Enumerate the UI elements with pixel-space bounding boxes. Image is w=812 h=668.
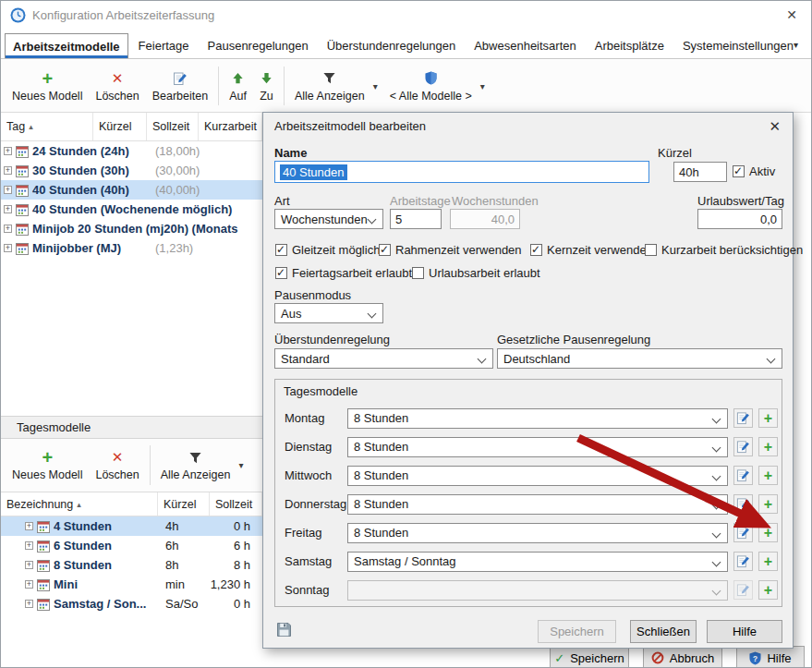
expander-icon[interactable]: + [4, 147, 12, 155]
arbeitstage-input[interactable]: 5 [390, 209, 442, 229]
tab-pausenregelungen[interactable]: Pausenregelungen [200, 33, 317, 58]
day-model-select[interactable]: 8 Stunden [347, 494, 728, 515]
tagesmodelle-show-all-dropdown-icon[interactable]: ▾ [236, 443, 248, 488]
tagesmodell-row[interactable]: + 8 Stunden 8h 8 h [1, 555, 262, 575]
day-model-select[interactable]: 8 Stunden [347, 523, 728, 543]
day-edit-button[interactable] [733, 494, 753, 514]
expander-icon[interactable]: + [25, 561, 33, 569]
tab-ueberstundenregelungen[interactable]: Überstundenregelungen [319, 33, 465, 58]
new-model-button[interactable]: + Neues Modell [6, 64, 89, 108]
tagesmodell-row[interactable]: + Mini min 1,230 h [1, 575, 262, 594]
day-model-select[interactable] [347, 580, 728, 601]
new-tagesmodell-button[interactable]: + Neues Modell [6, 443, 89, 488]
aktiv-checkbox[interactable]: Aktiv [733, 164, 775, 178]
delete-model-button[interactable]: ✕ Löschen [89, 64, 145, 108]
model-name: 40 Stunden (40h) [32, 183, 129, 197]
pausenmodus-select[interactable]: Aus [274, 303, 383, 323]
checkbox-urlaubsarbeit-erlaubt[interactable]: Urlaubsarbeit erlaubt [412, 266, 540, 280]
tagesmodell-kuerzel: 6h [165, 539, 178, 553]
checkbox-rahmenzeit-verwenden[interactable]: Rahmenzeit verwenden [379, 243, 522, 257]
tagesmodell-row[interactable]: + 4 Stunden 4h 0 h [1, 516, 262, 536]
urlaubswert-input[interactable]: 0,0 [697, 209, 782, 229]
expander-icon[interactable]: + [4, 186, 12, 194]
tab-arbeitsplaetze[interactable]: Arbeitsplätze [587, 33, 673, 58]
show-all-dropdown-icon[interactable]: ▾ [371, 64, 383, 108]
dialog-close-button[interactable]: Schließen [630, 620, 697, 643]
model-row[interactable]: + Minijob 20 Stunden (mj20h) (Monats [1, 219, 262, 238]
checkbox-kernzeit-verwenden[interactable]: Kernzeit verwenden [530, 243, 653, 257]
tagesmodell-row[interactable]: + 6 Stunden 6h 6 h [1, 536, 262, 555]
main-help-button[interactable]: ? Hilfe [736, 646, 805, 668]
gesetzliche-pausenregelung-select[interactable]: Deutschland [497, 348, 782, 369]
day-add-button[interactable]: + [758, 437, 778, 456]
model-row[interactable]: + Minijobber (MJ) (1,23h) [1, 238, 262, 258]
day-model-select[interactable]: 8 Stunden [347, 408, 728, 429]
model-row[interactable]: + 24 Stunden (24h) (18,00h) [1, 141, 262, 161]
edit-model-button[interactable]: Bearbeiten [146, 64, 214, 108]
expander-icon[interactable]: + [4, 225, 12, 233]
column-header-sollzeit[interactable]: Sollzeit [147, 113, 199, 140]
expand-all-button[interactable]: Auf [223, 64, 253, 108]
day-edit-button[interactable] [733, 523, 753, 542]
dialog-save-button[interactable]: Speichern [538, 620, 616, 643]
checkbox-feiertagsarbeit-erlaubt[interactable]: Feiertagsarbeit erlaubt [275, 266, 412, 280]
tab-feiertage[interactable]: Feiertage [130, 33, 198, 58]
expander-icon[interactable]: + [25, 580, 33, 589]
tab-overflow-chevron-icon[interactable]: ▾ [794, 40, 798, 50]
tagesmodell-row[interactable]: + Samstag / Son... Sa/So 0 h [1, 594, 262, 613]
day-edit-button[interactable] [733, 552, 753, 571]
model-filter-button[interactable]: < Alle Modelle > [383, 64, 479, 108]
day-model-select[interactable]: 8 Stunden [347, 437, 728, 457]
day-add-button[interactable]: + [758, 580, 778, 600]
day-edit-button[interactable] [733, 437, 753, 456]
day-edit-button[interactable] [733, 466, 753, 485]
dialog-close-icon[interactable]: ✕ [769, 118, 781, 135]
column-header-kuerzel[interactable]: Kürzel [158, 492, 210, 516]
column-header-sollzeit[interactable]: Sollzeit [210, 492, 262, 516]
column-header-kuerzel[interactable]: Kürzel [93, 113, 147, 140]
model-sollzeit: (30,00h) [155, 164, 200, 177]
day-add-button[interactable]: + [758, 408, 778, 428]
checkbox-gleitzeit-moeglich[interactable]: Gleitzeit möglich [275, 243, 380, 257]
checkbox-kurzarbeit-beruecksichtigen[interactable]: Kurzarbeit berücksichtigen [645, 243, 803, 257]
expander-icon[interactable]: + [4, 244, 12, 252]
name-input[interactable]: 40 Stunden [274, 161, 649, 183]
column-header-bezeichnung[interactable]: Bezeichnung ▴ [1, 492, 158, 516]
main-cancel-button[interactable]: Abbruch [643, 646, 722, 668]
day-add-button[interactable]: + [758, 523, 778, 542]
calendar-icon [16, 203, 29, 216]
model-row[interactable]: + 40 Stunden (Wochenende möglich) [1, 200, 262, 219]
day-edit-button[interactable] [733, 408, 753, 428]
delete-icon: ✕ [112, 70, 124, 87]
tagesmodelle-show-all-button[interactable]: Alle Anzeigen [154, 443, 237, 488]
expander-icon[interactable]: + [4, 166, 12, 175]
save-disk-icon[interactable] [276, 622, 292, 640]
ueberstundenregelung-select[interactable]: Standard [274, 348, 493, 369]
day-add-button[interactable]: + [758, 466, 778, 485]
model-row[interactable]: + 40 Stunden (40h) (40,00h) [1, 180, 262, 200]
main-save-button[interactable]: ✓ Speichern [550, 646, 629, 668]
collapse-all-button[interactable]: Zu [253, 64, 280, 108]
tab-systemeinstellungen[interactable]: Systemeinstellungen [674, 33, 802, 58]
dialog-help-button[interactable]: Hilfe [707, 620, 782, 643]
art-select[interactable]: Wochenstunden [274, 209, 383, 229]
day-add-button[interactable]: + [758, 494, 778, 514]
expander-icon[interactable]: + [25, 522, 33, 530]
show-all-filter-button[interactable]: Alle Anzeigen [288, 64, 371, 108]
window-close-icon[interactable]: ✕ [786, 7, 797, 22]
column-header-kurzarbeit[interactable]: Kurzarbeit [199, 113, 262, 140]
expander-icon[interactable]: + [4, 205, 12, 213]
delete-tagesmodell-button[interactable]: ✕ Löschen [89, 443, 145, 488]
expander-icon[interactable]: + [25, 541, 33, 550]
column-header-tag[interactable]: Tag ▴ [1, 113, 93, 140]
day-add-button[interactable]: + [758, 552, 778, 571]
expander-icon[interactable]: + [25, 600, 33, 608]
day-model-select[interactable]: Samstag / Sonntag [347, 552, 728, 572]
day-edit-button[interactable] [733, 580, 753, 600]
tab-abwesenheitsarten[interactable]: Abwesenheitsarten [466, 33, 585, 58]
kuerzel-input[interactable]: 40h [673, 162, 727, 182]
day-model-select[interactable]: 8 Stunden [347, 466, 728, 486]
model-filter-dropdown-icon[interactable]: ▾ [479, 64, 491, 108]
model-row[interactable]: + 30 Stunden (30h) (30,00h) [1, 161, 262, 180]
tab-arbeitszeitmodelle[interactable]: Arbeitszeitmodelle [5, 33, 128, 58]
